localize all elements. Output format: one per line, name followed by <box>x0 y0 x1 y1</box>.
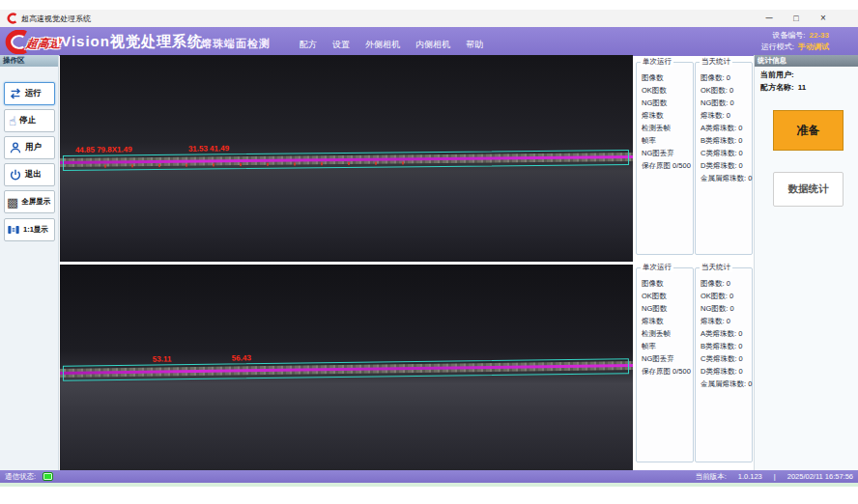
device-number-row: 设备编号:22-33 <box>761 30 829 42</box>
roi-rectangle <box>63 150 629 171</box>
stat-row: C类熔珠数: 0 <box>701 352 751 365</box>
stat-row: 图像数: 0 <box>701 277 751 290</box>
stop-button[interactable]: ☝ 停止 <box>4 109 55 132</box>
current-user-label: 当前用户: <box>760 70 794 79</box>
run-button-label: 运行 <box>25 88 42 99</box>
version-info: 当前版本: 1.0.123 | 2025/02/11 16:57:56 <box>696 470 853 483</box>
stat-row: NG图丢弃 <box>642 147 692 159</box>
stat-row: 熔珠数 <box>642 109 692 122</box>
stat-row: NG图数 <box>642 302 692 315</box>
stat-row: NG图丢弃 <box>642 352 692 365</box>
app-icon <box>6 13 17 24</box>
datetime-value: 2025/02/11 16:57:56 <box>787 470 853 483</box>
stat-row: B类熔珠数: 0 <box>701 340 751 352</box>
one-to-one-icon <box>7 223 20 237</box>
stat-row: 金属屑熔珠数: 0 <box>701 172 751 184</box>
bottom-accent-strip <box>0 483 858 487</box>
stat-row: 保存原图 0/500 <box>642 365 692 378</box>
stat-row: OK图数 <box>642 290 692 302</box>
window-title: 超高速视觉处理系统 <box>21 14 91 24</box>
minimize-icon[interactable]: ─ <box>759 12 779 25</box>
fullscreen-button[interactable]: ▩ 全屏显示 <box>4 190 55 213</box>
measurement-annotation: 53.11 <box>153 354 172 363</box>
recipe-name-value: 11 <box>798 83 806 92</box>
inner-camera-view: 53.11 56.43 <box>60 265 633 470</box>
stats-group-top-today: 当天统计 图像数: 0 OK图数: 0 NG图数: 0 熔珠数: 0 A类熔珠数… <box>695 62 753 255</box>
stat-row: NG图数: 0 <box>701 302 751 315</box>
close-icon[interactable]: × <box>814 12 833 25</box>
stat-row: 图像数 <box>642 277 692 290</box>
main-menu: 配方 设置 外侧相机 内侧相机 帮助 <box>300 39 483 51</box>
stat-row: OK图数: 0 <box>701 84 751 97</box>
stop-button-label: 停止 <box>19 115 36 126</box>
statistics-panel-title: 统计信息 <box>755 55 858 67</box>
measurement-annotation: 31.53 41.49 <box>188 144 229 153</box>
stat-row: A类熔珠数: 0 <box>701 122 751 134</box>
prepare-button[interactable]: 准备 <box>773 110 844 151</box>
device-number-value: 22-33 <box>810 31 829 40</box>
recipe-name-row: 配方名称:11 <box>760 82 806 93</box>
status-bar: 通信状态: 当前版本: 1.0.123 | 2025/02/11 16:57:5… <box>0 470 858 483</box>
run-icon <box>9 87 22 100</box>
app-title: IVision视觉处理系统 <box>56 33 203 51</box>
one-to-one-button[interactable]: 1:1显示 <box>4 218 55 241</box>
power-icon <box>9 168 22 182</box>
data-statistics-button[interactable]: 数据统计 <box>773 172 844 207</box>
comm-status-indicator <box>43 472 53 481</box>
stat-row: 保存原图 0/500 <box>642 159 692 172</box>
stop-hand-icon: ☝ <box>9 115 16 127</box>
stats-group-top-single-run: 单次运行 图像数 OK图数 NG图数 熔珠数 检测丢帧 帧率 NG图丢弃 保存原… <box>636 62 694 255</box>
menu-outer-camera[interactable]: 外侧相机 <box>365 39 400 51</box>
stat-row: B类熔珠数: 0 <box>701 134 751 147</box>
stat-row: OK图数 <box>642 84 692 97</box>
stat-row: OK图数: 0 <box>701 290 751 302</box>
version-value: 1.0.123 <box>738 470 762 483</box>
user-button-label: 用户 <box>25 142 42 154</box>
exit-button[interactable]: 退出 <box>4 163 55 186</box>
stat-row: 检测丢帧 <box>642 327 692 340</box>
stat-row: 熔珠数: 0 <box>701 315 751 327</box>
measurement-annotation: 44.85 79.8X1.49 <box>75 145 132 154</box>
menu-help[interactable]: 帮助 <box>466 39 483 51</box>
run-button[interactable]: 运行 <box>4 82 55 105</box>
stat-row: 检测丢帧 <box>642 122 692 134</box>
menu-recipe[interactable]: 配方 <box>300 39 317 51</box>
groupbox-title: 当天统计 <box>700 57 732 67</box>
device-info: 设备编号:22-33 运行模式:手动调试 <box>761 30 829 53</box>
app-window: 超高速视觉处理系统 ─ □ × 超高速 IVision视觉处理系统 熔珠端面检测… <box>0 0 858 504</box>
user-button[interactable]: 用户 <box>4 136 55 159</box>
version-separator: | <box>774 470 776 483</box>
current-user-row: 当前用户: <box>760 70 798 80</box>
stat-row: C类熔珠数: 0 <box>701 147 751 159</box>
menu-inner-camera[interactable]: 内侧相机 <box>415 39 450 51</box>
run-mode-value: 手动调试 <box>798 42 829 51</box>
groupbox-title: 单次运行 <box>641 263 673 272</box>
stat-row: 帧率 <box>642 134 692 147</box>
stat-row: 熔珠数: 0 <box>701 109 751 122</box>
groupbox-title: 当天统计 <box>700 263 732 272</box>
stat-row: 图像数: 0 <box>701 71 751 84</box>
restore-icon[interactable]: □ <box>786 12 806 25</box>
stat-row: D类熔珠数: 0 <box>701 365 751 378</box>
stat-row: D类熔珠数: 0 <box>701 159 751 172</box>
exit-button-label: 退出 <box>25 169 42 181</box>
measurement-annotation: 56.43 <box>232 353 251 362</box>
app-subtitle: 熔珠端面检测 <box>201 37 271 51</box>
stat-row: 熔珠数 <box>642 315 692 327</box>
version-label: 当前版本: <box>696 470 727 483</box>
stat-row: 金属屑熔珠数: 0 <box>701 378 751 390</box>
stats-group-bottom-today: 当天统计 图像数: 0 OK图数: 0 NG图数: 0 熔珠数: 0 A类熔珠数… <box>695 267 753 462</box>
sidebar-title: 操作区 <box>0 55 58 67</box>
groupbox-title: 单次运行 <box>641 57 673 67</box>
stat-row: 图像数 <box>642 71 692 84</box>
fullscreen-button-label: 全屏显示 <box>21 197 50 207</box>
stats-group-bottom-single-run: 单次运行 图像数 OK图数 NG图数 熔珠数 检测丢帧 帧率 NG图丢弃 保存原… <box>636 267 694 462</box>
one-to-one-button-label: 1:1显示 <box>23 225 48 235</box>
stat-row: 帧率 <box>642 340 692 352</box>
stat-row: A类熔珠数: 0 <box>701 327 751 340</box>
statistics-panel: 统计信息 当前用户: 配方名称:11 准备 数据统计 <box>754 55 858 470</box>
outer-camera-view: 44.85 79.8X1.49 31.53 41.49 <box>60 55 633 262</box>
run-mode-row: 运行模式:手动调试 <box>761 42 829 53</box>
comm-status-label: 通信状态: <box>5 470 36 483</box>
menu-settings[interactable]: 设置 <box>332 39 350 51</box>
